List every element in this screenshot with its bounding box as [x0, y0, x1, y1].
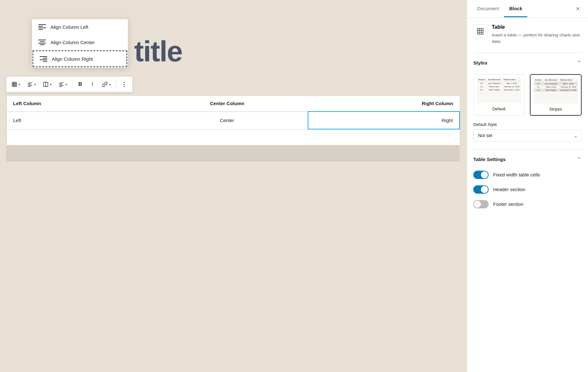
tab-document[interactable]: Document [472, 1, 504, 17]
stripes-mini-table: VersionJazz MusicianRelease Date 5.2Jaco… [534, 78, 578, 92]
fixed-width-knob [481, 171, 488, 178]
header-section-toggle[interactable] [473, 185, 489, 194]
stripes-preview: VersionJazz MusicianRelease Date 5.2Jaco… [534, 78, 578, 104]
svg-rect-5 [28, 83, 32, 83]
block-title: Table [492, 24, 582, 30]
table-icon [12, 81, 17, 87]
align-left-toolbar-icon [27, 81, 33, 87]
table-container: Left Column Center Column Right Column L… [6, 95, 460, 161]
table-button[interactable]: ▾ [8, 79, 23, 90]
block-info-text: Table Insert a table — perfect for shari… [492, 24, 582, 45]
sidebar-content: Table Insert a table — perfect for shari… [467, 18, 588, 372]
link-button[interactable]: ▾ [99, 79, 114, 90]
footer-section-label: Footer section [493, 201, 523, 207]
svg-rect-12 [59, 84, 62, 85]
footer-section-toggle[interactable] [473, 200, 489, 208]
footer-section-row: Footer section [473, 200, 582, 208]
svg-rect-8 [28, 86, 31, 87]
svg-rect-0 [12, 82, 17, 87]
block-icon-wrap [473, 24, 487, 38]
svg-rect-13 [59, 85, 64, 86]
block-toolbar: ▾ ▾ ▾ [6, 77, 132, 92]
close-button[interactable]: × [573, 4, 583, 14]
align-right-option[interactable]: Align Column Right [33, 50, 127, 67]
text-align-button[interactable]: ▾ [55, 79, 70, 90]
link-chevron: ▾ [109, 83, 111, 86]
sidebar: Document Block × Table Insert a table — … [467, 0, 588, 372]
svg-rect-15 [477, 28, 483, 34]
align-left-button[interactable]: ▾ [24, 79, 39, 90]
table-row: Left Center Right [7, 112, 460, 129]
header-section-label: Header section [493, 187, 525, 192]
link-icon [102, 81, 108, 87]
footer-row [7, 145, 460, 161]
svg-rect-11 [59, 83, 64, 83]
header-center[interactable]: Center Column [146, 96, 308, 112]
default-mini-table: VersionJazz MusicianRelease Date 5.2Jaco… [477, 78, 521, 91]
fixed-width-row: Fixed width table cells [473, 171, 582, 179]
columns-chevron: ▾ [50, 83, 51, 86]
align-left-option[interactable]: Align Column Left [32, 19, 128, 35]
sidebar-tabs: Document Block × [467, 0, 588, 18]
bold-label: B [78, 81, 82, 87]
align-right-icon [40, 56, 47, 62]
table-settings-title: Table Settings [473, 157, 506, 162]
svg-rect-6 [28, 84, 31, 85]
align-left-label: Align Column Left [50, 24, 88, 30]
fixed-width-label: Fixed width table cells [493, 172, 540, 177]
table-settings-collapse[interactable]: ⌃ [577, 156, 582, 163]
more-options-button[interactable]: ⋮ [118, 79, 130, 90]
header-section-knob [481, 186, 488, 193]
bold-button[interactable]: B [74, 79, 86, 90]
columns-button[interactable]: ▾ [40, 79, 55, 90]
align-center-icon [38, 39, 46, 45]
block-info: Table Insert a table — perfect for shari… [473, 24, 582, 45]
style-cards: VersionJazz MusicianRelease Date 5.2Jaco… [473, 74, 582, 116]
more-dots: ⋮ [121, 81, 127, 88]
columns-icon [43, 81, 49, 87]
italic-label: I [92, 81, 93, 87]
style-card-stripes[interactable]: VersionJazz MusicianRelease Date 5.2Jaco… [530, 74, 582, 116]
svg-rect-7 [28, 85, 32, 86]
cell-right[interactable]: Right [308, 112, 460, 129]
toolbar-divider-2 [116, 81, 116, 88]
empty-row-1 [7, 129, 460, 145]
divider-2 [473, 149, 582, 150]
default-style-label: Default Style [473, 122, 582, 127]
column-align-dropdown: Align Column Left Align Column Center Al… [32, 19, 128, 68]
divider-1 [473, 53, 582, 53]
header-right[interactable]: Right Column [308, 96, 460, 112]
fixed-width-toggle[interactable] [473, 171, 489, 179]
default-preview: VersionJazz MusicianRelease Date 5.2Jaco… [477, 78, 521, 103]
toolbar-divider-1 [72, 81, 73, 88]
align-chevron: ▾ [34, 83, 36, 86]
align-center-option[interactable]: Align Column Center [32, 35, 128, 50]
default-label: Default [492, 106, 506, 111]
default-style-select[interactable]: Not set Default Stripes [473, 129, 582, 142]
table-settings-header: Table Settings ⌃ [473, 156, 582, 166]
styles-collapse-button[interactable]: ⌃ [577, 59, 582, 66]
tab-block[interactable]: Block [504, 1, 527, 17]
page-title: title [134, 35, 182, 68]
align-left-icon [38, 24, 46, 30]
styles-title: Styles [473, 60, 487, 66]
align-right-label: Align Column Right [52, 56, 93, 62]
text-align-icon [58, 81, 64, 87]
header-left[interactable]: Left Column [7, 96, 146, 112]
canvas-area: Align Column Left Align Column Center Al… [0, 0, 467, 372]
data-table: Left Column Center Column Right Column L… [7, 96, 460, 161]
block-description: Insert a table — perfect for sharing cha… [492, 32, 582, 45]
style-card-default[interactable]: VersionJazz MusicianRelease Date 5.2Jaco… [473, 74, 525, 116]
table-chevron: ▾ [19, 83, 20, 86]
svg-rect-14 [59, 86, 62, 87]
styles-section-header: Styles ⌃ [473, 59, 582, 69]
table-block-icon [476, 27, 484, 35]
align-center-label: Align Column Center [50, 40, 95, 45]
footer-section-knob [474, 201, 481, 208]
cell-center[interactable]: Center [146, 112, 308, 129]
text-align-chevron: ▾ [66, 83, 67, 86]
default-style-select-wrap: Not set Default Stripes ⌄ [473, 129, 582, 142]
cell-left[interactable]: Left [7, 112, 146, 129]
stripes-label: Stripes [549, 107, 562, 112]
italic-button[interactable]: I [87, 79, 98, 90]
